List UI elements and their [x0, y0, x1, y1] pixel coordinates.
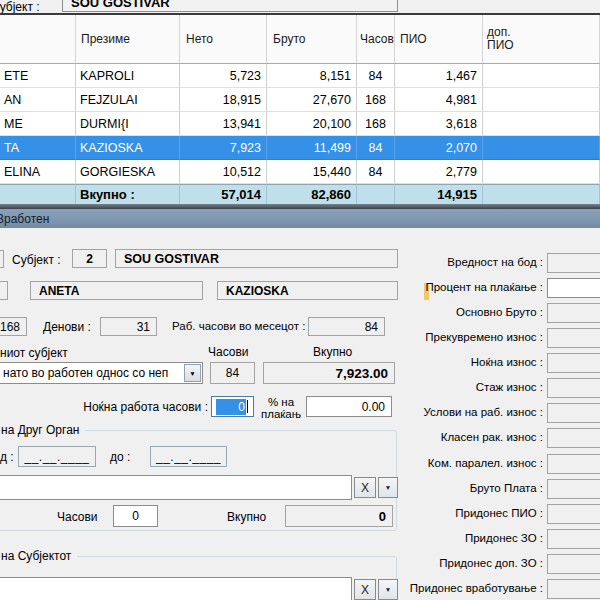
- subject-work-combobox[interactable]: [0, 577, 352, 600]
- table-totals-row: Вкупно : 57,014 82,860 14,915: [0, 184, 600, 204]
- cut-field-fragment: [0, 250, 4, 268]
- cell-pio[interactable]: 1,467: [395, 64, 483, 88]
- days-label: Денови :: [43, 320, 91, 334]
- date-to-input[interactable]: __.__.____: [150, 446, 227, 467]
- cell-bruto[interactable]: 11,499: [267, 136, 357, 160]
- table-header-row: Презиме Нето Бруто Часов ПИО доп. ПИО: [0, 15, 600, 64]
- table-header-neto[interactable]: Нето: [180, 15, 267, 63]
- value-field[interactable]: [547, 479, 600, 499]
- cell-hours[interactable]: 84: [357, 64, 395, 88]
- combo-hours-field[interactable]: 84: [210, 362, 255, 384]
- table-header-pio[interactable]: ПИО: [395, 15, 483, 63]
- value-field[interactable]: [547, 554, 600, 574]
- chevron-down-icon[interactable]: ▼: [184, 364, 201, 382]
- subject-code-field[interactable]: 2: [72, 249, 107, 268]
- value-field[interactable]: [547, 278, 600, 298]
- cell-firstname[interactable]: TA: [0, 136, 76, 160]
- hours2-input[interactable]: 0: [113, 505, 158, 527]
- cell-hours[interactable]: 84: [357, 136, 395, 160]
- cell-hours[interactable]: 168: [357, 112, 395, 136]
- cell-neto[interactable]: 13,941: [180, 112, 267, 136]
- cell-bruto[interactable]: 27,670: [267, 88, 357, 112]
- table-row[interactable]: AN FEJZULAI 18,915 27,670 168 4,981: [0, 88, 600, 112]
- cell-neto[interactable]: 5,723: [180, 64, 267, 88]
- cell-surname[interactable]: FEJZULAI: [76, 88, 180, 112]
- pct-line2: плаќањ: [261, 408, 301, 420]
- cell-neto[interactable]: 7,923: [180, 136, 267, 160]
- value-field[interactable]: [547, 303, 600, 323]
- table-row[interactable]: ME DURMI{I 13,941 20,100 168 3,618: [0, 112, 600, 136]
- cell-surname[interactable]: DURMI{I: [76, 112, 180, 136]
- field-label: Услови на раб. износ :: [320, 406, 543, 418]
- value-field[interactable]: [547, 454, 600, 474]
- value-field[interactable]: [547, 428, 600, 448]
- employment-type-combobox[interactable]: нато во работен однос со неп ▼: [0, 362, 203, 384]
- value-field[interactable]: [547, 378, 600, 398]
- top-subject-label: Субјект :: [0, 0, 40, 14]
- cell-hours[interactable]: 168: [357, 88, 395, 112]
- field-label: Процент на плаќање :: [320, 281, 543, 293]
- cell-neto[interactable]: 18,915: [180, 88, 267, 112]
- cell-pio[interactable]: 4,981: [395, 88, 483, 112]
- totals-neto: 57,014: [180, 184, 267, 204]
- totals-pio: 14,915: [395, 184, 483, 204]
- cell-firstname[interactable]: AN: [0, 88, 76, 112]
- value-field[interactable]: [547, 504, 600, 524]
- date-from-input[interactable]: __.__.____: [18, 446, 96, 467]
- table-header-surname[interactable]: Презиме: [76, 15, 180, 63]
- cell-firstname[interactable]: ME: [0, 112, 76, 136]
- cell-hours[interactable]: 84: [357, 160, 395, 184]
- field-label: Бруто Плата :: [320, 482, 543, 494]
- cell-pio[interactable]: 3,618: [395, 112, 483, 136]
- cell-bruto[interactable]: 15,440: [267, 160, 357, 184]
- dop-line1: доп.: [487, 25, 511, 39]
- table-header-dop-pio[interactable]: доп. ПИО: [483, 15, 600, 63]
- date-from-label: д :: [0, 450, 14, 464]
- value-field[interactable]: [547, 353, 600, 373]
- field-label: Ноќна износ :: [320, 356, 543, 368]
- top-subject-field[interactable]: SOU GOSTIVAR: [62, 0, 398, 12]
- text-cursor: [247, 400, 248, 413]
- cell-dop-pio[interactable]: [483, 160, 600, 184]
- hours-total-field[interactable]: 168: [0, 317, 27, 336]
- other-org-combobox[interactable]: [0, 475, 352, 500]
- employees-table: Презиме Нето Бруто Часов ПИО доп. ПИО ET…: [0, 15, 600, 204]
- totals-dop: [483, 184, 600, 204]
- table-row[interactable]: ELINA GORGIESKA 10,512 15,440 84 2,779: [0, 160, 600, 184]
- night-hours-input[interactable]: 0: [211, 396, 254, 417]
- cell-firstname[interactable]: ETE: [0, 64, 76, 88]
- cell-bruto[interactable]: 8,151: [267, 64, 357, 88]
- dialog-titlebar[interactable]: Вработен: [0, 209, 600, 228]
- cell-dop-pio[interactable]: [483, 64, 600, 88]
- cell-neto[interactable]: 10,512: [180, 160, 267, 184]
- cell-surname[interactable]: KAZIOSKA: [76, 136, 180, 160]
- field-label: Придонес ЗО :: [320, 532, 543, 544]
- table-header-bruto[interactable]: Бруто: [267, 15, 357, 63]
- cell-surname[interactable]: GORGIESKA: [76, 160, 180, 184]
- table-row-selected[interactable]: TA KAZIOSKA 7,923 11,499 84 2,070: [0, 136, 600, 160]
- cell-surname[interactable]: KAPROLI: [76, 64, 180, 88]
- value-field[interactable]: [547, 253, 600, 273]
- field-label: Класен рак. износ :: [320, 431, 543, 443]
- table-header-hours[interactable]: Часов: [357, 15, 395, 63]
- field-label: Вредност на бод :: [320, 256, 543, 268]
- cell-pio[interactable]: 2,779: [395, 160, 483, 184]
- table-row[interactable]: ETE KAPROLI 5,723 8,151 84 1,467: [0, 64, 600, 88]
- value-field[interactable]: [547, 579, 600, 599]
- table-header-firstname[interactable]: [0, 15, 76, 63]
- cell-bruto[interactable]: 20,100: [267, 112, 357, 136]
- cell-dop-pio[interactable]: [483, 136, 600, 160]
- cell-pio[interactable]: 2,070: [395, 136, 483, 160]
- subject-work-group-label: на Субјектот: [1, 549, 77, 563]
- value-field[interactable]: [547, 529, 600, 549]
- value-field[interactable]: [547, 328, 600, 348]
- cell-dop-pio[interactable]: [483, 88, 600, 112]
- cell-dop-pio[interactable]: [483, 112, 600, 136]
- first-name-field[interactable]: ANETA: [30, 281, 203, 300]
- value-field[interactable]: [547, 403, 600, 423]
- pct-line1: % на: [268, 396, 294, 408]
- pct-pay-label: % на плаќањ: [258, 396, 304, 420]
- cell-firstname[interactable]: ELINA: [0, 160, 76, 184]
- days-field[interactable]: 31: [100, 317, 157, 336]
- total2-label: Вкупно: [227, 510, 266, 524]
